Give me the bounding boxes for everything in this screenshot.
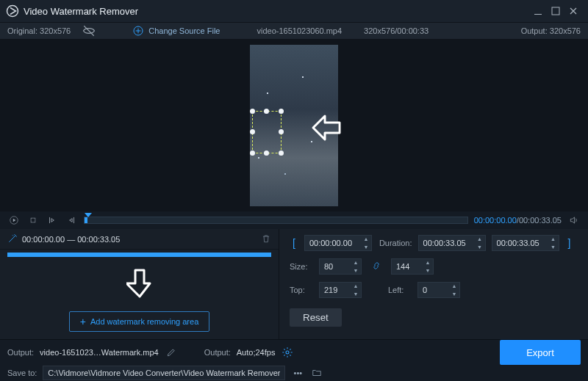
duration-label: Duration:: [378, 239, 412, 247]
source-filename: video-1651023060.mp4: [257, 26, 342, 35]
plus-circle-icon: [132, 25, 144, 37]
set-in-button[interactable]: [46, 214, 59, 227]
top-field[interactable]: ▲▼: [319, 282, 362, 298]
segments-panel: 00:00:00.00 — 00:00:33.05 + Add watermar…: [0, 229, 279, 339]
source-res-duration: 320x576/00:00:33: [364, 26, 429, 35]
play-button[interactable]: [7, 214, 21, 227]
spin-up[interactable]: ▲: [351, 282, 361, 290]
spin-up[interactable]: ▲: [548, 235, 559, 243]
handle-top-right[interactable]: [279, 109, 284, 114]
annotation-arrow-left-icon: [310, 113, 588, 142]
preview-toggle-icon[interactable]: [82, 24, 96, 37]
add-watermark-area-button[interactable]: + Add watermark removing area: [69, 311, 210, 332]
handle-bot-mid[interactable]: [264, 150, 269, 156]
output-format-label: Output:: [204, 348, 231, 357]
open-folder-icon[interactable]: [310, 366, 323, 380]
output-format-value: Auto;24fps: [237, 348, 276, 357]
video-preview[interactable]: [0, 40, 588, 211]
export-button[interactable]: Export: [500, 340, 581, 365]
titlebar: Video Watermark Remover: [0, 0, 588, 22]
stop-button[interactable]: [26, 214, 40, 227]
spin-up[interactable]: ▲: [361, 235, 371, 243]
output-settings-icon[interactable]: [281, 346, 294, 359]
controls-panel: 00:00:00.00 — 00:00:33.05 + Add watermar…: [0, 229, 588, 339]
output-filename: video-1651023…Watermark.mp4: [40, 348, 159, 357]
selection-box[interactable]: [252, 111, 282, 153]
parameters-panel: [ ▲▼ Duration: ▲▼ ▲▼ ] Size: ▲▼: [279, 229, 588, 339]
volume-button[interactable]: [567, 214, 581, 227]
spin-up[interactable]: ▲: [449, 282, 459, 290]
annotation-arrow-down-icon: [126, 269, 153, 300]
wand-icon: [7, 233, 18, 245]
spin-up[interactable]: ▲: [423, 258, 433, 266]
handle-bot-left[interactable]: [250, 150, 255, 156]
infobar: Original: 320x576 Change Source File vid…: [0, 22, 588, 40]
spin-up[interactable]: ▲: [351, 258, 361, 266]
handle-top-left[interactable]: [250, 109, 255, 114]
timeline-scrubber[interactable]: [84, 217, 468, 224]
left-label: Left:: [388, 286, 412, 294]
app-logo-icon: [6, 4, 19, 18]
handle-mid-right[interactable]: [279, 129, 284, 134]
svg-rect-2: [552, 7, 559, 15]
bottom-bar: Output: video-1651023…Watermark.mp4 Outp…: [0, 339, 588, 381]
app-title: Video Watermark Remover: [24, 6, 138, 17]
svg-rect-1: [534, 14, 542, 15]
size-label: Size:: [290, 262, 313, 271]
left-field[interactable]: ▲▼: [417, 282, 460, 298]
output-res: Output: 320x576: [521, 26, 581, 35]
reset-button[interactable]: Reset: [290, 308, 342, 327]
set-out-button[interactable]: [65, 214, 78, 227]
delete-segment-button[interactable]: [261, 233, 271, 245]
duration-field[interactable]: ▲▼: [418, 235, 486, 251]
plus-icon: +: [80, 316, 86, 327]
minimize-button[interactable]: [529, 2, 547, 20]
spin-down[interactable]: ▼: [475, 243, 485, 251]
bracket-out-icon[interactable]: ]: [565, 237, 574, 249]
spin-down[interactable]: ▼: [361, 243, 371, 251]
segment-range: 00:00:00.00 — 00:00:33.05: [22, 235, 120, 244]
spin-down[interactable]: ▼: [351, 266, 361, 275]
svg-point-6: [286, 351, 289, 354]
out-time-field[interactable]: ▲▼: [492, 235, 559, 251]
aspect-lock-icon[interactable]: [368, 261, 385, 272]
saveto-path-input[interactable]: [43, 366, 285, 380]
handle-bot-right[interactable]: [279, 150, 284, 156]
segment-header: 00:00:00.00 — 00:00:33.05: [0, 229, 279, 250]
close-button[interactable]: [564, 2, 582, 20]
handle-top-mid[interactable]: [264, 109, 269, 114]
change-source-button[interactable]: Change Source File: [132, 25, 220, 37]
svg-rect-5: [31, 218, 35, 222]
in-time-field[interactable]: ▲▼: [304, 235, 372, 251]
saveto-more-icon[interactable]: •••: [291, 366, 304, 380]
spin-up[interactable]: ▲: [475, 235, 485, 243]
edit-output-name-icon[interactable]: [165, 346, 178, 359]
bracket-in-icon[interactable]: [: [290, 237, 298, 249]
size-width-field[interactable]: ▲▼: [319, 258, 362, 275]
saveto-label: Save to:: [7, 369, 37, 377]
playback-bar: 00:00:00.00/00:00:33.05: [0, 211, 588, 229]
spin-down[interactable]: ▼: [449, 290, 459, 298]
spin-down[interactable]: ▼: [423, 266, 433, 275]
top-label: Top:: [290, 286, 313, 294]
spin-down[interactable]: ▼: [548, 243, 559, 251]
timecode: 00:00:00.00/00:00:33.05: [474, 216, 562, 225]
size-height-field[interactable]: ▲▼: [391, 258, 434, 275]
handle-mid-left[interactable]: [250, 129, 255, 134]
output-file-label: Output:: [7, 348, 34, 357]
maximize-button[interactable]: [547, 2, 564, 20]
spin-down[interactable]: ▼: [351, 290, 361, 298]
timeline-playhead[interactable]: [85, 217, 87, 223]
original-res: Original: 320x576: [7, 26, 71, 35]
